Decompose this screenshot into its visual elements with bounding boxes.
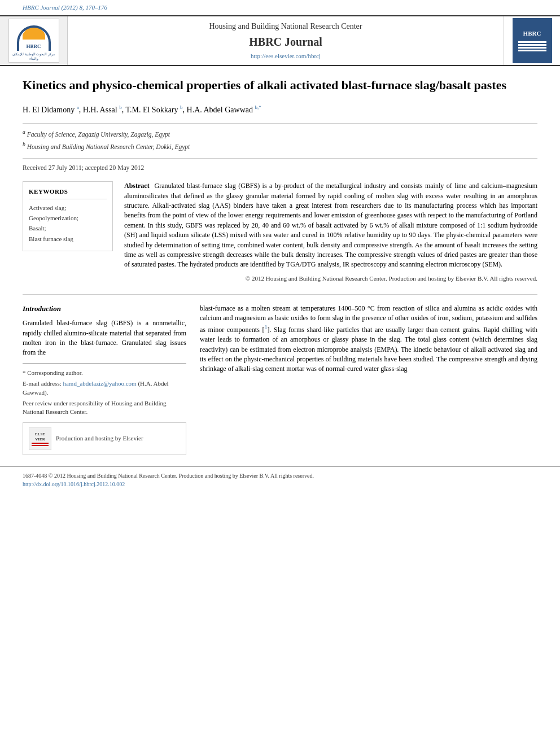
- hbrc-logo-left: HBRC مركز البحوث الوطنية للإسكان والبناء: [0, 16, 68, 65]
- abstract-column: Abstract Granulated blast-furnace slag (…: [124, 181, 537, 283]
- journal-header: HBRC مركز البحوث الوطنية للإسكان والبناء…: [0, 15, 560, 66]
- article-title: Kinetics and physico-chemical properties…: [23, 77, 537, 94]
- copyright-line: © 2012 Housing and Building National Res…: [124, 274, 537, 283]
- abstract-text: Abstract Granulated blast-furnace slag (…: [124, 181, 537, 270]
- affiliation-a: a Faculty of Science, Zagazig University…: [23, 128, 537, 139]
- journal-url: http://ees.elsevier.com/hbrcj: [251, 52, 321, 60]
- header-center: Housing and Building National Research C…: [68, 16, 504, 65]
- abstract-body: Granulated blast-furnace slag (GBFS) is …: [124, 182, 537, 268]
- section-divider: [23, 294, 537, 295]
- author-sup-b1: b: [119, 104, 122, 110]
- affiliations: a Faculty of Science, Zagazig University…: [23, 123, 537, 151]
- footnote-corresponding: * Corresponding author.: [23, 369, 186, 377]
- logo-hbrc-text: HBRC: [26, 43, 41, 50]
- institution-name: Housing and Building National Research C…: [209, 21, 362, 32]
- journal-title: HBRC Journal: [249, 34, 322, 50]
- badge-lines: [518, 40, 546, 53]
- logo-arabic: مركز البحوث الوطنية للإسكان والبناء: [9, 52, 59, 62]
- elsevier-svg: ELSE VIER: [29, 427, 51, 450]
- affiliation-b: b Housing and Building National Research…: [23, 141, 537, 151]
- introduction-heading: Introduction: [23, 304, 186, 314]
- hbrc-badge: HBRC: [513, 18, 552, 63]
- keyword-4: Blast furnace slag: [29, 235, 107, 243]
- article-body: Kinetics and physico-chemical properties…: [0, 77, 560, 455]
- footer-doi: http://dx.doi.org/10.1016/j.hbrcj.2012.1…: [23, 480, 537, 488]
- journal-reference: HBRC Journal (2012) 8, 170–176: [0, 0, 560, 15]
- hbrc-badge-right: HBRC: [504, 16, 560, 65]
- email-link[interactable]: hamd_abdelaziz@yahoo.com: [63, 380, 136, 387]
- badge-line-1: [518, 41, 546, 43]
- elsevier-box: ELSE VIER Production and hosting by Else…: [23, 422, 186, 455]
- keywords-box: KEYWORDS Activated slag; Geopolymerizati…: [23, 181, 113, 251]
- right-column: blast-furnace as a molten stream at temp…: [200, 304, 537, 455]
- keyword-1: Activated slag;: [29, 204, 107, 212]
- keyword-2: Geopolymerization;: [29, 214, 107, 222]
- abstract-label: Abstract: [124, 182, 150, 190]
- footnote-peer-review: Peer review under responsibility of Hous…: [23, 399, 186, 417]
- authors-line: H. El Didamony a, H.H. Assal b, T.M. El …: [23, 104, 537, 115]
- keyword-3: Basalt;: [29, 224, 107, 233]
- svg-rect-4: [32, 445, 49, 446]
- badge-line-3: [518, 47, 546, 49]
- footnote-area: * Corresponding author. E-mail address: …: [23, 364, 186, 417]
- badge-text: HBRC: [523, 29, 541, 38]
- svg-text:VIER: VIER: [35, 437, 45, 442]
- abstract-section: KEYWORDS Activated slag; Geopolymerizati…: [23, 181, 537, 283]
- svg-rect-3: [32, 443, 49, 444]
- body-section: Introduction Granulated blast-furnace sl…: [23, 304, 537, 455]
- footnote-email: E-mail address: hamd_abdelaziz@yahoo.com…: [23, 379, 186, 397]
- left-column: Introduction Granulated blast-furnace sl…: [23, 304, 186, 455]
- page-footer: 1687-4048 © 2012 Housing and Building Na…: [0, 466, 560, 493]
- badge-line-4: [518, 50, 546, 51]
- elsevier-text: Production and hosting by Elsevier: [56, 434, 143, 443]
- keywords-column: KEYWORDS Activated slag; Geopolymerizati…: [23, 181, 113, 283]
- author-sup-b3: b,*: [255, 104, 261, 110]
- svg-text:ELSE: ELSE: [35, 432, 45, 436]
- author-sup-a: a: [77, 104, 79, 110]
- right-col-text: blast-furnace as a molten stream at temp…: [200, 304, 537, 374]
- keywords-title: KEYWORDS: [29, 187, 107, 199]
- ref-1: 1: [264, 324, 267, 330]
- logo-graphic: HBRC مركز البحوث الوطنية للإسكان والبناء: [8, 19, 59, 63]
- badge-line-2: [518, 44, 546, 46]
- footer-issn: 1687-4048 © 2012 Housing and Building Na…: [23, 471, 537, 480]
- received-dates: Received 27 July 2011; accepted 20 May 2…: [23, 158, 537, 172]
- elsevier-logo-icon: ELSE VIER: [29, 427, 51, 450]
- introduction-para-1: Granulated blast-furnace slag (GBFS) is …: [23, 318, 186, 358]
- author-sup-b2: b: [180, 104, 183, 110]
